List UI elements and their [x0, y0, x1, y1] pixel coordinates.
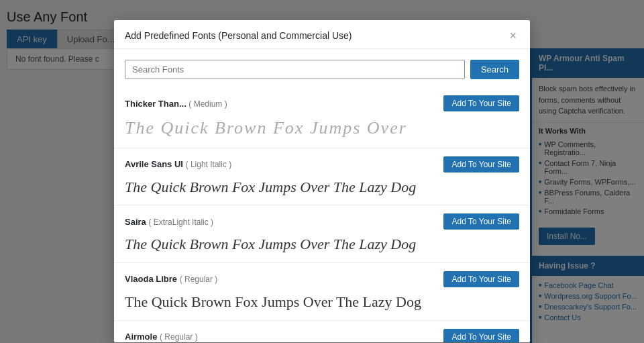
add-to-site-button-1[interactable]: Add To Your Site	[443, 156, 519, 173]
font-preview: The Quick Brown Fox Jumps Over The Lazy …	[125, 235, 519, 254]
font-preview: The Quick Brown Fox Jumps Over	[125, 117, 519, 140]
add-to-site-button-4[interactable]: Add To Your Site	[443, 329, 519, 342]
font-style: ( Regular )	[180, 275, 218, 284]
font-list: Thicker Than... ( Medium )Add To Your Si…	[114, 87, 530, 342]
font-item-header: Vlaoda Libre ( Regular )Add To Your Site	[125, 271, 519, 287]
modal-close-button[interactable]: ×	[506, 30, 519, 42]
font-name: Airmole ( Regular )	[125, 332, 198, 342]
add-to-site-button-3[interactable]: Add To Your Site	[443, 271, 519, 287]
font-style: ( ExtraLight Italic )	[148, 217, 213, 227]
font-item-header: Airmole ( Regular )Add To Your Site	[125, 329, 519, 342]
font-list-item: Saira ( ExtraLight Italic )Add To Your S…	[114, 205, 530, 263]
search-input[interactable]	[125, 60, 465, 79]
add-fonts-modal: Add Predefined Fonts (Personal and Comme…	[114, 20, 530, 342]
font-style: ( Medium )	[189, 99, 227, 109]
font-style: ( Light Italic )	[186, 160, 232, 169]
font-name: Avrile Sans UI ( Light Italic )	[125, 159, 231, 169]
add-to-site-button-2[interactable]: Add To Your Site	[443, 213, 519, 230]
font-name: Thicker Than... ( Medium )	[125, 99, 227, 109]
font-name: Vlaoda Libre ( Regular )	[125, 274, 217, 284]
font-item-header: Avrile Sans UI ( Light Italic )Add To Yo…	[125, 156, 519, 173]
font-name: Saira ( ExtraLight Italic )	[125, 217, 213, 227]
font-style: ( Regular )	[160, 332, 198, 342]
modal-title: Add Predefined Fonts (Personal and Comme…	[125, 30, 352, 41]
font-list-item: Avrile Sans UI ( Light Italic )Add To Yo…	[114, 148, 530, 206]
page-background: Use Any Font API key Upload Fo... No fon…	[0, 0, 644, 343]
modal-search-area: Search	[114, 49, 530, 87]
font-item-header: Saira ( ExtraLight Italic )Add To Your S…	[125, 213, 519, 230]
modal-header: Add Predefined Fonts (Personal and Comme…	[114, 20, 530, 49]
font-item-header: Thicker Than... ( Medium )Add To Your Si…	[125, 95, 519, 111]
font-list-item: Thicker Than... ( Medium )Add To Your Si…	[114, 87, 530, 148]
add-to-site-button-0[interactable]: Add To Your Site	[443, 95, 519, 111]
font-preview: The Quick Brown Fox Jumps Over The Lazy …	[125, 178, 519, 197]
font-list-item: Airmole ( Regular )Add To Your SiteThe Q…	[114, 321, 530, 342]
font-list-item: Vlaoda Libre ( Regular )Add To Your Site…	[114, 263, 530, 321]
font-preview: The Quick Brown Fox Jumps Over The Lazy …	[125, 293, 519, 312]
modal-overlay: Add Predefined Fonts (Personal and Comme…	[0, 0, 644, 343]
search-button[interactable]: Search	[470, 60, 519, 79]
